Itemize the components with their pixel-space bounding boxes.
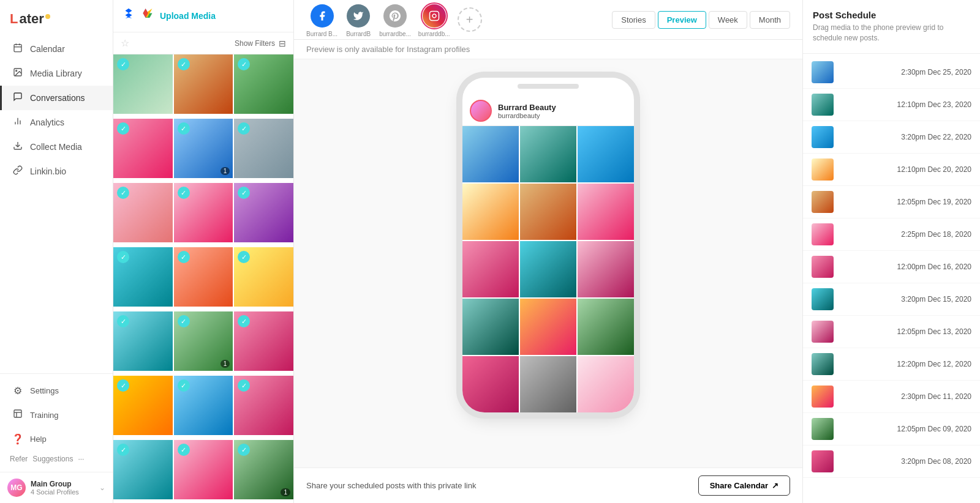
profile-tab-burrardbe[interactable]: burrardbe...: [379, 2, 411, 37]
main-content: Burrard B... BurrardB burrardbe...: [294, 0, 802, 503]
media-item[interactable]: ✓: [234, 376, 293, 435]
conversations-icon: [12, 92, 24, 104]
star-filter-icon[interactable]: ☆: [121, 37, 129, 49]
media-check-icon: ✓: [117, 251, 129, 263]
sidebar-item-label-training: Training: [30, 411, 58, 420]
svg-point-5: [16, 70, 17, 72]
schedule-item[interactable]: 2:30pm Dec 11, 2020: [803, 381, 980, 413]
workspace-bar[interactable]: MG Main Group 4 Social Profiles ⌄: [0, 472, 113, 503]
share-text: Share your scheduled posts with this pri…: [306, 481, 476, 490]
phone-cell: [578, 126, 634, 182]
schedule-item[interactable]: 12:00pm Dec 16, 2020: [803, 251, 980, 283]
schedule-thumb: [812, 288, 834, 310]
profile-tab-burrard-b2[interactable]: BurrardB: [345, 2, 372, 37]
share-calendar-button[interactable]: Share Calendar ↗: [698, 475, 790, 496]
schedule-item[interactable]: 2:30pm Dec 25, 2020: [803, 56, 980, 89]
sidebar-item-analytics[interactable]: Analytics: [0, 110, 113, 135]
media-item[interactable]: ✓: [113, 247, 173, 307]
media-item[interactable]: ✓: [174, 183, 233, 242]
schedule-item[interactable]: 12:10pm Dec 23, 2020: [803, 89, 980, 121]
media-item[interactable]: ✓: [113, 119, 173, 178]
media-item[interactable]: ✓: [113, 311, 173, 371]
tab-week[interactable]: Week: [709, 11, 747, 29]
preview-notice: Preview is only available for Instagram …: [294, 40, 802, 59]
upload-media-button[interactable]: Upload Media: [160, 11, 216, 21]
phone-profile-header: Burrard Beauty burrardbeauty: [462, 95, 634, 126]
schedule-item[interactable]: 12:05pm Dec 09, 2020: [803, 413, 980, 445]
media-count-badge: 1: [221, 360, 230, 368]
schedule-header: Post Schedule Drag media to the phone pr…: [803, 0, 980, 54]
phone-mockup: Burrard Beauty burrardbeauty: [462, 78, 634, 412]
media-item[interactable]: ✓: [234, 183, 293, 242]
sidebar-item-media-library[interactable]: Media Library: [0, 61, 113, 86]
app-logo[interactable]: Later: [10, 11, 50, 27]
dropbox-icon[interactable]: [122, 7, 135, 24]
media-check-icon: ✓: [178, 444, 190, 456]
sidebar-item-collect-media[interactable]: Collect Media: [0, 135, 113, 159]
add-profile-button[interactable]: +: [458, 7, 482, 32]
media-item[interactable]: ✓: [234, 119, 293, 178]
phone-grid: [462, 126, 634, 412]
media-item[interactable]: ✓: [234, 54, 293, 114]
suggestions-link[interactable]: Suggestions: [32, 455, 73, 463]
workspace-sub: 4 Social Profiles: [31, 488, 99, 496]
profile-tab-burrarddb[interactable]: burrarddb...: [418, 2, 450, 37]
profile-tab-burrard-b1[interactable]: Burrard B...: [306, 2, 337, 37]
sidebar-item-settings[interactable]: ⚙ Settings: [0, 379, 113, 403]
media-item[interactable]: ✓: [234, 311, 293, 371]
more-options[interactable]: ···: [78, 455, 84, 463]
media-check-icon: ✓: [178, 315, 190, 327]
sidebar-item-calendar[interactable]: Calendar: [0, 37, 113, 61]
refer-link[interactable]: Refer: [10, 455, 28, 463]
svg-rect-10: [14, 410, 21, 417]
media-item[interactable]: ✓: [234, 247, 293, 307]
schedule-item[interactable]: 3:20pm Dec 15, 2020: [803, 283, 980, 316]
show-filters-btn[interactable]: Show Filters ⊟: [235, 39, 286, 48]
phone-profile-text: Burrard Beauty burrardbeauty: [498, 103, 556, 119]
schedule-item[interactable]: 12:10pm Dec 20, 2020: [803, 154, 980, 186]
phone-profile-handle: burrardbeauty: [498, 112, 556, 119]
schedule-item[interactable]: 3:20pm Dec 22, 2020: [803, 121, 980, 154]
sidebar-bottom: ⚙ Settings Training ❓ Help Refer Suggest…: [0, 373, 113, 472]
sidebar-item-training[interactable]: Training: [0, 403, 113, 427]
tab-preview[interactable]: Preview: [658, 11, 706, 29]
media-item[interactable]: ✓: [174, 247, 233, 307]
gdrive-icon[interactable]: [141, 9, 154, 24]
tab-month[interactable]: Month: [750, 11, 790, 29]
schedule-thumb: [812, 191, 834, 213]
sidebar-item-linkin-bio[interactable]: Linkin.bio: [0, 159, 113, 184]
media-item[interactable]: ✓: [174, 54, 233, 114]
phone-cell: [462, 356, 519, 412]
schedule-item[interactable]: 12:20pm Dec 12, 2020: [803, 348, 980, 381]
sidebar-item-conversations[interactable]: Conversations: [0, 86, 113, 110]
profile-avatar-wrap: [345, 2, 372, 29]
media-item[interactable]: ✓: [174, 376, 233, 435]
schedule-item[interactable]: 12:05pm Dec 13, 2020: [803, 316, 980, 348]
phone-cell: [520, 299, 576, 355]
schedule-item[interactable]: 2:25pm Dec 18, 2020: [803, 218, 980, 251]
media-item[interactable]: ✓ 1: [174, 119, 233, 178]
filter-sliders-icon: ⊟: [279, 39, 286, 48]
media-item[interactable]: ✓: [174, 440, 233, 499]
schedule-thumb: [812, 321, 834, 343]
media-item[interactable]: ✓ 1: [234, 440, 293, 499]
svg-rect-17: [429, 11, 439, 20]
media-check-icon: ✓: [117, 315, 129, 327]
media-item[interactable]: ✓: [113, 54, 173, 114]
sidebar-item-label-analytics: Analytics: [30, 117, 64, 127]
tab-stories[interactable]: Stories: [612, 11, 655, 29]
media-item[interactable]: ✓: [113, 183, 173, 242]
schedule-title: Post Schedule: [813, 10, 970, 20]
linkin-bio-icon: [12, 165, 24, 177]
profile-avatar: [347, 4, 370, 28]
schedule-time: 12:10pm Dec 23, 2020: [897, 100, 971, 109]
schedule-item[interactable]: 3:20pm Dec 08, 2020: [803, 445, 980, 478]
media-item[interactable]: ✓ 1: [174, 311, 233, 371]
schedule-item[interactable]: 12:05pm Dec 19, 2020: [803, 186, 980, 218]
phone-notch: [518, 84, 579, 89]
media-item[interactable]: ✓: [113, 440, 173, 499]
schedule-time: 12:00pm Dec 16, 2020: [897, 263, 971, 271]
workspace-name: Main Group: [31, 480, 99, 488]
sidebar-item-help[interactable]: ❓ Help: [0, 427, 113, 451]
media-item[interactable]: ✓: [113, 376, 173, 435]
